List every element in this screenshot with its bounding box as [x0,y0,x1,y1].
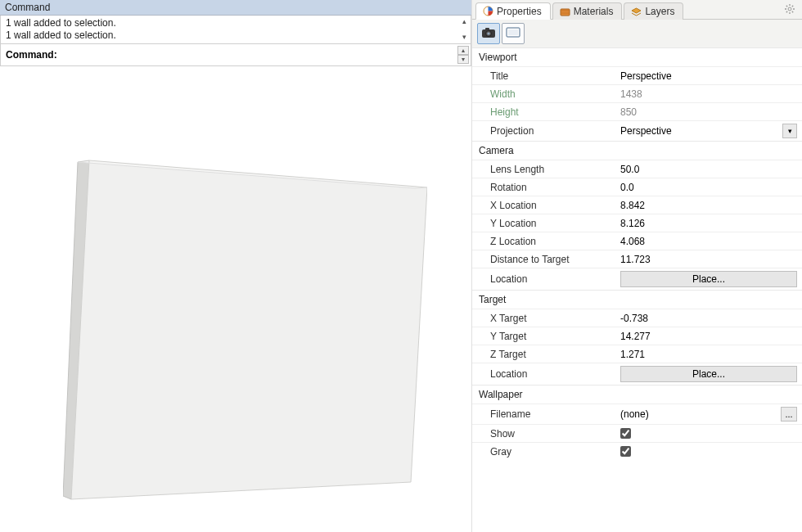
camera-y-field[interactable] [620,218,797,229]
tab-label: Properties [497,6,542,17]
properties-panel: Viewport Title Width1438 Height850 Proje… [472,47,802,532]
wallpaper-show-label: Show [472,425,615,442]
camera-rotation-field[interactable] [620,182,797,193]
wallpaper-show-checkbox[interactable] [620,428,631,439]
camera-location-label: Location [472,268,615,290]
svg-point-8 [788,7,791,11]
target-x-field[interactable] [620,313,797,324]
target-location-label: Location [472,363,615,385]
group-camera: Camera [472,141,802,160]
command-titlebar: Command [0,0,471,16]
viewport-title-label: Title [472,67,615,84]
svg-marker-7 [632,8,641,13]
wallpaper-gray-label: Gray [472,443,615,460]
properties-icon [483,6,493,16]
command-prompt-label: Command: [6,49,57,61]
tab-label: Layers [645,6,674,17]
tab-materials[interactable]: Materials [552,2,623,20]
camera-place-button[interactable]: Place... [620,271,797,287]
viewport-height-value: 850 [615,103,802,120]
viewport-title-field[interactable] [620,70,797,82]
monitor-icon [506,27,520,41]
camera-distance-field[interactable] [620,254,797,265]
projection-dropdown-icon[interactable]: ▾ [782,124,797,138]
layers-icon [631,7,642,17]
svg-point-20 [487,32,489,34]
svg-marker-0 [71,160,427,499]
camera-x-field[interactable] [620,200,797,211]
materials-icon [560,7,570,17]
group-target: Target [472,290,802,309]
svg-line-16 [792,6,793,7]
history-line: 1 wall added to selection. [6,29,462,42]
viewport-projection-value: Perspective [620,125,779,137]
camera-lens-label: Lens Length [472,160,615,178]
wallpaper-filename-value: (none) [620,408,649,420]
group-viewport: Viewport [472,47,802,66]
history-scroll-down-icon[interactable]: ▾ [459,31,469,43]
camera-icon [481,27,496,41]
command-input[interactable] [61,48,457,61]
panel-settings-gear-icon[interactable] [781,2,799,19]
tab-layers[interactable]: Layers [624,2,683,20]
panel-tabs: Properties Materials Layers [472,0,802,20]
svg-rect-22 [508,29,518,35]
camera-y-label: Y Location [472,214,615,232]
viewport-width-value: 1438 [615,85,802,102]
camera-z-label: Z Location [472,232,615,250]
target-y-field[interactable] [620,331,797,342]
command-spin-down-icon[interactable]: ▾ [457,55,469,64]
camera-rotation-label: Rotation [472,178,615,196]
wallpaper-filename-label: Filename [472,404,615,424]
camera-z-field[interactable] [620,236,797,247]
camera-x-label: X Location [472,196,615,214]
target-y-label: Y Target [472,327,615,345]
svg-rect-18 [485,28,489,30]
target-place-button[interactable]: Place... [620,366,797,382]
display-mode-button[interactable] [502,23,525,44]
tab-properties[interactable]: Properties [475,2,551,20]
svg-line-14 [792,11,793,12]
viewport-height-label: Height [472,103,615,120]
wallpaper-gray-checkbox[interactable] [620,446,631,457]
properties-toolbar [472,20,802,47]
command-spin-up-icon[interactable]: ▴ [457,46,469,55]
svg-line-13 [786,6,787,7]
tab-label: Materials [574,6,614,17]
svg-line-15 [786,11,787,12]
wallpaper-browse-button[interactable]: ... [781,407,797,422]
camera-lens-field[interactable] [620,164,797,175]
viewport-properties-button[interactable] [477,23,500,44]
history-line: 1 wall added to selection. [6,17,462,29]
viewport-width-label: Width [472,85,615,102]
svg-rect-4 [561,9,570,16]
history-scroll-up-icon[interactable]: ▴ [459,16,469,28]
camera-distance-label: Distance to Target [472,250,615,268]
command-history: 1 wall added to selection. 1 wall added … [0,16,471,44]
target-z-label: Z Target [472,345,615,363]
wall-geometry [63,159,427,500]
viewport-projection-label: Projection [472,121,615,141]
target-z-field[interactable] [620,349,797,360]
group-wallpaper: Wallpaper [472,385,802,404]
viewport-3d[interactable] [0,66,471,532]
command-input-row: Command: ▴ ▾ [0,44,471,66]
target-x-label: X Target [472,309,615,327]
